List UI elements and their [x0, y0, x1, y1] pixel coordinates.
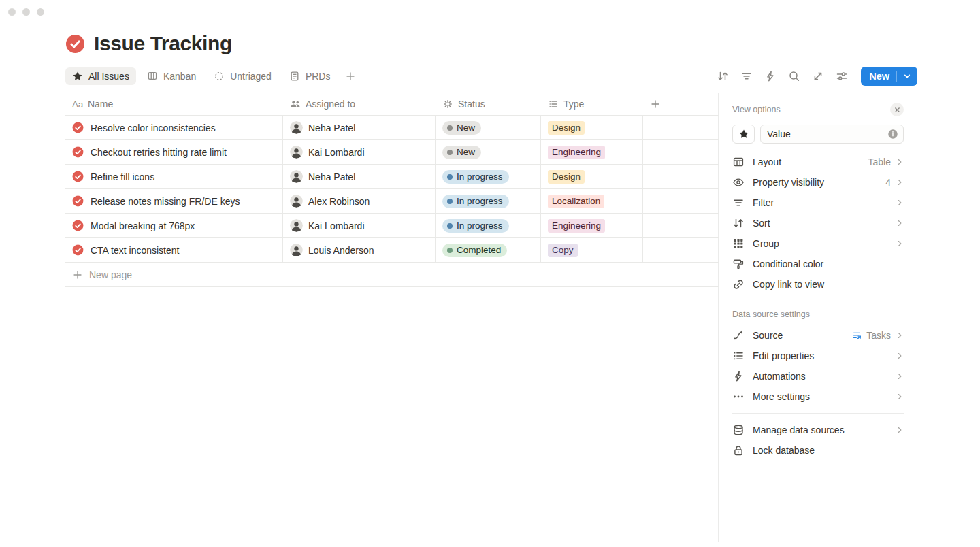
- new-page-row[interactable]: New page: [65, 263, 719, 287]
- cell-assigned-to[interactable]: Neha Patel: [283, 116, 436, 139]
- panel-item-layout[interactable]: LayoutTable: [732, 152, 904, 172]
- cell-assigned-to[interactable]: Neha Patel: [283, 165, 436, 188]
- lightning-icon[interactable]: [762, 67, 779, 85]
- cell-status[interactable]: New: [436, 140, 541, 164]
- view-icon-button[interactable]: [732, 125, 755, 144]
- filter-lines-icon[interactable]: [738, 67, 755, 85]
- view-name-input[interactable]: Value: [760, 125, 904, 144]
- panel-item-conditional-color[interactable]: Conditional color: [732, 254, 904, 274]
- new-button[interactable]: New: [861, 67, 917, 86]
- cell-status[interactable]: New: [436, 116, 541, 139]
- add-view-button[interactable]: [341, 67, 360, 85]
- cell-empty[interactable]: [643, 238, 719, 262]
- status-badge[interactable]: In progress: [442, 195, 509, 208]
- panel-item-more-settings[interactable]: More settings: [732, 386, 904, 407]
- column-header-assigned-to[interactable]: Assigned to: [283, 93, 436, 115]
- sliders-icon[interactable]: [833, 67, 851, 85]
- people-icon: [290, 99, 301, 110]
- column-header-type[interactable]: Type: [541, 93, 643, 115]
- type-badge[interactable]: Localization: [548, 195, 604, 208]
- cell-empty[interactable]: [643, 140, 719, 164]
- cell-type[interactable]: Engineering: [541, 214, 643, 237]
- status-badge[interactable]: New: [442, 121, 481, 135]
- cell-status[interactable]: In progress: [436, 214, 541, 237]
- table-row[interactable]: Release notes missing FR/DE keys Alex Ro…: [65, 189, 719, 214]
- panel-item-lock-database[interactable]: Lock database: [732, 440, 904, 461]
- check-circle-icon: [72, 171, 84, 182]
- info-icon[interactable]: [887, 129, 898, 139]
- cell-name[interactable]: Release notes missing FR/DE keys: [65, 189, 283, 213]
- cell-assigned-to[interactable]: Kai Lombardi: [283, 214, 436, 237]
- cell-name[interactable]: Modal breaking at 768px: [65, 214, 283, 237]
- panel-item-source[interactable]: SourceTasks: [732, 325, 904, 346]
- type-badge[interactable]: Design: [548, 170, 585, 184]
- cell-status[interactable]: Completed: [436, 238, 541, 262]
- tab-kanban[interactable]: Kanban: [140, 67, 203, 85]
- cell-name[interactable]: CTA text inconsistent: [65, 238, 283, 262]
- type-badge[interactable]: Design: [548, 121, 585, 135]
- status-badge[interactable]: New: [442, 146, 481, 159]
- cell-status[interactable]: In progress: [436, 189, 541, 213]
- column-header-name[interactable]: Aa Name: [65, 93, 283, 115]
- type-badge[interactable]: Copy: [548, 244, 578, 257]
- status-badge[interactable]: In progress: [442, 170, 509, 184]
- cell-empty[interactable]: [643, 189, 719, 213]
- cell-name[interactable]: Resolve color inconsistencies: [65, 116, 283, 139]
- panel-item-property-visibility[interactable]: Property visibility4: [732, 172, 904, 193]
- panel-item-manage-data-sources[interactable]: Manage data sources: [732, 420, 904, 440]
- view-options-panel: View options Value LayoutTableProperty v…: [719, 93, 904, 542]
- expand-icon[interactable]: [809, 67, 827, 85]
- close-icon[interactable]: [890, 103, 904, 116]
- panel-item-automations[interactable]: Automations: [732, 366, 904, 386]
- cell-empty[interactable]: [643, 214, 719, 237]
- window-controls[interactable]: [8, 8, 44, 16]
- cell-type[interactable]: Engineering: [541, 140, 643, 164]
- column-header-status[interactable]: Status: [436, 93, 541, 115]
- panel-item-filter[interactable]: Filter: [732, 193, 904, 213]
- panel-item-label: Automations: [753, 371, 891, 382]
- cell-empty[interactable]: [643, 165, 719, 188]
- cell-name[interactable]: Checkout retries hitting rate limit: [65, 140, 283, 164]
- type-badge[interactable]: Engineering: [548, 219, 605, 233]
- window-dot[interactable]: [8, 8, 16, 16]
- cell-assigned-to[interactable]: Louis Anderson: [283, 238, 436, 262]
- table-row[interactable]: Resolve color inconsistencies Neha Patel…: [65, 116, 719, 140]
- new-dropdown-button[interactable]: [897, 67, 917, 86]
- tab-label: PRDs: [306, 71, 331, 82]
- table-row[interactable]: CTA text inconsistent Louis Anderson Com…: [65, 238, 719, 263]
- new-button-label[interactable]: New: [861, 67, 896, 86]
- cell-assigned-to[interactable]: Alex Robinson: [283, 189, 436, 213]
- sort-arrows-icon[interactable]: [714, 67, 732, 85]
- cell-empty[interactable]: [643, 116, 719, 139]
- status-badge[interactable]: Completed: [442, 244, 507, 257]
- table-row[interactable]: Modal breaking at 768px Kai Lombardi In …: [65, 214, 719, 238]
- search-icon[interactable]: [785, 67, 803, 85]
- panel-item-copy-link-to-view[interactable]: Copy link to view: [732, 274, 904, 295]
- window-dot[interactable]: [22, 8, 30, 16]
- table-row[interactable]: Checkout retries hitting rate limit Kai …: [65, 140, 719, 165]
- panel-item-edit-properties[interactable]: Edit properties: [732, 346, 904, 366]
- type-badge[interactable]: Engineering: [548, 146, 605, 159]
- tab-untriaged[interactable]: Untriaged: [207, 67, 278, 85]
- chevron-right-icon: [896, 158, 904, 166]
- tab-all-issues[interactable]: All Issues: [65, 67, 136, 85]
- panel-item-label: Copy link to view: [753, 279, 891, 290]
- tab-prds[interactable]: PRDs: [282, 67, 338, 85]
- status-dot-icon: [447, 199, 453, 204]
- cell-type[interactable]: Copy: [541, 238, 643, 262]
- cell-assigned-to[interactable]: Kai Lombardi: [283, 140, 436, 164]
- panel-item-sort[interactable]: Sort: [732, 213, 904, 233]
- cell-status[interactable]: In progress: [436, 165, 541, 188]
- cell-type[interactable]: Design: [541, 116, 643, 139]
- panel-item-group[interactable]: Group: [732, 233, 904, 254]
- cell-name[interactable]: Refine fill icons: [65, 165, 283, 188]
- status-badge[interactable]: In progress: [442, 219, 509, 233]
- cell-type[interactable]: Design: [541, 165, 643, 188]
- add-column-button[interactable]: [643, 93, 719, 115]
- chevron-right-icon: [896, 178, 904, 186]
- cell-type[interactable]: Localization: [541, 189, 643, 213]
- list-icon: [548, 99, 559, 110]
- table-row[interactable]: Refine fill icons Neha Patel In progress…: [65, 165, 719, 189]
- window-dot[interactable]: [37, 8, 44, 16]
- table-header: Aa Name Assigned to Status Type: [65, 93, 719, 116]
